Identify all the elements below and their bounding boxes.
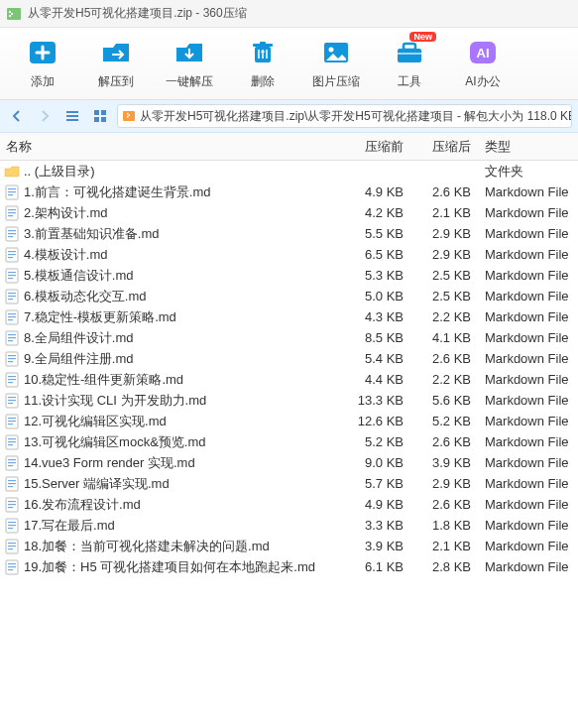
trash-icon <box>246 38 280 67</box>
file-size-after: 5.6 KB <box>411 393 479 408</box>
col-header-type[interactable]: 类型 <box>479 138 578 156</box>
img-zip-button[interactable]: 图片压缩 <box>299 30 373 97</box>
svg-rect-80 <box>8 462 16 463</box>
svg-rect-92 <box>8 525 16 526</box>
file-type: Markdown File <box>479 476 578 491</box>
toolbox-icon <box>393 38 426 67</box>
svg-rect-55 <box>8 334 16 335</box>
file-size-before: 9.0 KB <box>342 455 411 470</box>
file-size-before: 5.3 KB <box>342 268 411 283</box>
file-name-text: 12.可视化编辑区实现.md <box>24 413 167 430</box>
svg-rect-27 <box>8 188 16 189</box>
file-size-before: 3.9 KB <box>342 539 411 553</box>
svg-rect-84 <box>8 483 16 484</box>
svg-rect-87 <box>8 501 16 502</box>
ai-button[interactable]: AIAI办公 <box>446 30 520 97</box>
svg-rect-56 <box>8 337 16 338</box>
file-row[interactable]: 3.前置基础知识准备.md5.5 KB2.9 KBMarkdown File <box>0 223 578 244</box>
archive-icon <box>122 108 136 124</box>
markdown-file-icon <box>4 205 20 221</box>
file-row[interactable]: 19.加餐：H5 可视化搭建项目如何在本地跑起来.md6.1 KB2.8 KBM… <box>0 556 578 577</box>
file-row[interactable]: 9.全局组件注册.md5.4 KB2.6 KBMarkdown File <box>0 348 578 369</box>
file-size-before: 5.2 KB <box>342 434 411 449</box>
add-button[interactable]: 添加 <box>6 30 79 97</box>
file-row[interactable]: 4.模板设计.md6.5 KB2.9 KBMarkdown File <box>0 244 578 265</box>
file-row[interactable]: 11.设计实现 CLI 为开发助力.md13.3 KB5.6 KBMarkdow… <box>0 390 578 411</box>
file-name-text: 2.架构设计.md <box>24 204 108 222</box>
svg-rect-97 <box>8 548 13 549</box>
file-row[interactable]: 16.发布流程设计.md4.9 KB2.6 KBMarkdown File <box>0 494 578 515</box>
svg-rect-23 <box>127 113 129 115</box>
svg-rect-19 <box>101 110 106 115</box>
svg-rect-71 <box>8 418 16 419</box>
file-type: Markdown File <box>479 455 578 470</box>
column-headers: 名称 压缩前 压缩后 类型 <box>0 133 578 161</box>
file-row[interactable]: 7.稳定性-模板更新策略.md4.3 KB2.2 KBMarkdown File <box>0 306 578 327</box>
titlebar: 从零开发H5可视化搭建项目.zip - 360压缩 <box>0 0 578 28</box>
svg-rect-2 <box>11 13 13 15</box>
markdown-file-icon <box>4 434 20 450</box>
svg-rect-93 <box>8 528 13 529</box>
file-row[interactable]: 6.模板动态化交互.md5.0 KB2.5 KBMarkdown File <box>0 286 578 306</box>
file-name-text: 11.设计实现 CLI 为开发助力.md <box>24 392 206 410</box>
file-row[interactable]: 8.全局组件设计.md8.5 KB4.1 KBMarkdown File <box>0 327 578 348</box>
view-list-button[interactable] <box>61 105 83 127</box>
one-click-button[interactable]: 一键解压 <box>153 30 226 97</box>
file-row[interactable]: 17.写在最后.md3.3 KB1.8 KBMarkdown File <box>0 515 578 536</box>
svg-rect-63 <box>8 376 16 377</box>
folder-down-icon <box>173 38 206 67</box>
nav-forward-button[interactable] <box>34 105 56 127</box>
svg-rect-52 <box>8 316 16 317</box>
file-size-before: 4.9 KB <box>342 497 411 512</box>
file-size-after: 2.2 KB <box>411 372 479 387</box>
svg-rect-37 <box>8 236 13 237</box>
svg-rect-83 <box>8 480 16 481</box>
file-type: Markdown File <box>479 518 578 533</box>
file-name-text: 14.vue3 Form render 实现.md <box>24 454 195 472</box>
svg-rect-69 <box>8 403 13 404</box>
file-row[interactable]: 12.可视化编辑区实现.md12.6 KB5.2 KBMarkdown File <box>0 411 578 431</box>
markdown-file-icon <box>4 393 20 409</box>
path-field[interactable]: 从零开发H5可视化搭建项目.zip\从零开发H5可视化搭建项目 - 解包大小为 … <box>117 104 572 128</box>
file-size-after: 2.9 KB <box>411 476 479 491</box>
file-size-before: 5.4 KB <box>342 351 411 366</box>
file-row[interactable]: 15.Server 端编译实现.md5.7 KB2.9 KBMarkdown F… <box>0 473 578 494</box>
file-size-before: 4.3 KB <box>342 309 411 324</box>
file-size-after: 2.6 KB <box>411 351 479 366</box>
svg-rect-91 <box>8 522 16 523</box>
file-name-text: 15.Server 端编译实现.md <box>24 475 170 493</box>
parent-dir-row[interactable]: .. (上级目录)文件夹 <box>0 161 578 182</box>
svg-rect-35 <box>8 230 16 231</box>
svg-rect-99 <box>8 563 16 564</box>
file-row[interactable]: 18.加餐：当前可视化搭建未解决的问题.md3.9 KB2.1 KBMarkdo… <box>0 536 578 556</box>
file-row[interactable]: 5.模板通信设计.md5.3 KB2.5 KBMarkdown File <box>0 265 578 286</box>
nav-back-button[interactable] <box>6 105 28 127</box>
file-size-after: 2.6 KB <box>411 497 479 512</box>
col-header-before[interactable]: 压缩前 <box>342 138 411 156</box>
file-row[interactable]: 13.可视化编辑区mock&预览.md5.2 KB2.6 KBMarkdown … <box>0 431 578 452</box>
file-row[interactable]: 1.前言：可视化搭建诞生背景.md4.9 KB2.6 KBMarkdown Fi… <box>0 182 578 202</box>
view-grid-button[interactable] <box>89 105 111 127</box>
col-header-name[interactable]: 名称 <box>0 138 342 156</box>
svg-rect-49 <box>8 299 13 300</box>
file-name-text: 10.稳定性-组件更新策略.md <box>24 371 183 389</box>
svg-rect-59 <box>8 355 16 356</box>
tools-button[interactable]: 工具New <box>373 30 446 97</box>
file-row[interactable]: 14.vue3 Form render 实现.md9.0 KB3.9 KBMar… <box>0 452 578 473</box>
svg-rect-16 <box>66 115 78 117</box>
svg-rect-17 <box>66 119 78 121</box>
file-size-before: 4.9 KB <box>342 184 411 199</box>
extract-to-button[interactable]: 解压到 <box>79 30 153 97</box>
markdown-file-icon <box>4 414 20 429</box>
file-name-text: 16.发布流程设计.md <box>24 496 141 514</box>
delete-button[interactable]: 删除 <box>226 30 299 97</box>
file-row[interactable]: 2.架构设计.md4.2 KB2.1 KBMarkdown File <box>0 202 578 223</box>
file-row[interactable]: 10.稳定性-组件更新策略.md4.4 KB2.2 KBMarkdown Fil… <box>0 369 578 390</box>
file-type: Markdown File <box>479 559 578 574</box>
svg-rect-72 <box>8 421 16 422</box>
file-size-after: 2.1 KB <box>411 539 479 553</box>
file-type: Markdown File <box>479 414 578 428</box>
file-name-text: 5.模板通信设计.md <box>24 267 134 285</box>
col-header-after[interactable]: 压缩后 <box>411 138 479 156</box>
svg-rect-65 <box>8 382 13 383</box>
